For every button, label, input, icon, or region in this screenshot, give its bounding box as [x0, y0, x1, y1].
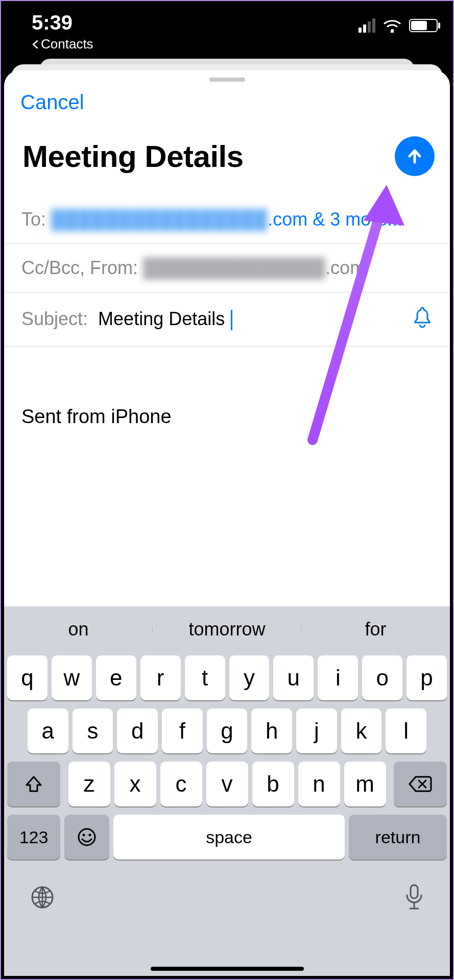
cancel-button[interactable]: Cancel	[20, 91, 84, 113]
key-r[interactable]: r	[140, 655, 181, 700]
bell-icon[interactable]	[412, 306, 433, 333]
key-w[interactable]: w	[52, 655, 92, 700]
status-time: 5:39	[32, 11, 93, 34]
back-to-app[interactable]: Contacts	[32, 36, 93, 52]
suggestion[interactable]: for	[301, 619, 450, 640]
cellular-signal-icon	[359, 18, 375, 33]
text-cursor	[231, 310, 232, 330]
cc-bcc-from-field[interactable]: Cc/Bcc, From: ██████████████ .com	[4, 244, 450, 292]
dictation-key[interactable]	[404, 883, 424, 914]
key-e[interactable]: e	[96, 655, 136, 700]
to-label: To:	[21, 209, 46, 230]
cc-label: Cc/Bcc, From:	[21, 257, 138, 279]
svg-point-0	[391, 29, 394, 32]
key-o[interactable]: o	[362, 655, 402, 700]
cc-suffix: .com	[325, 257, 365, 279]
send-button[interactable]	[395, 136, 435, 176]
suggestion[interactable]: tomorrow	[153, 619, 301, 640]
compose-title: Meeting Details	[22, 139, 244, 174]
svg-point-2	[83, 834, 85, 837]
subject-label: Subject:	[21, 308, 88, 329]
key-b[interactable]: b	[252, 762, 294, 806]
return-key[interactable]: return	[349, 815, 447, 860]
to-value-redacted: ████████████████	[51, 209, 268, 230]
subject-field[interactable]: Subject: Meeting Details	[4, 292, 450, 347]
keyboard: on tomorrow for qwertyuiop asdfghjkl zxc…	[4, 606, 450, 976]
body-signature: Sent from iPhone	[21, 406, 172, 427]
email-body[interactable]: Sent from iPhone	[4, 347, 450, 487]
subject-value: Meeting Details	[98, 308, 225, 329]
key-m[interactable]: m	[344, 762, 386, 806]
cc-value-redacted: ██████████████	[143, 257, 325, 279]
key-z[interactable]: z	[68, 762, 110, 806]
key-f[interactable]: f	[162, 708, 203, 753]
key-n[interactable]: n	[298, 762, 340, 806]
shift-key[interactable]	[7, 762, 60, 806]
to-suffix: .com & 3 more...	[268, 209, 402, 230]
svg-point-1	[79, 829, 95, 845]
key-u[interactable]: u	[273, 655, 314, 700]
back-app-label: Contacts	[41, 36, 93, 52]
key-l[interactable]: l	[386, 708, 426, 753]
suggestion[interactable]: on	[4, 619, 153, 640]
emoji-key[interactable]	[64, 815, 109, 860]
key-h[interactable]: h	[251, 708, 292, 753]
backspace-key[interactable]	[394, 762, 447, 806]
to-field[interactable]: To: ████████████████ .com & 3 more...	[4, 195, 450, 244]
svg-point-3	[89, 834, 91, 837]
key-y[interactable]: y	[229, 655, 270, 700]
svg-rect-5	[411, 885, 418, 898]
key-v[interactable]: v	[206, 762, 248, 806]
home-indicator[interactable]	[151, 967, 304, 971]
key-k[interactable]: k	[341, 708, 382, 753]
arrow-up-icon	[404, 146, 425, 166]
key-d[interactable]: d	[117, 708, 158, 753]
key-x[interactable]: x	[114, 762, 156, 806]
key-i[interactable]: i	[318, 655, 358, 700]
key-c[interactable]: c	[160, 762, 202, 806]
key-j[interactable]: j	[296, 708, 337, 753]
key-s[interactable]: s	[73, 708, 113, 753]
battery-icon	[409, 19, 438, 32]
key-p[interactable]: p	[407, 655, 447, 700]
sheet-grabber[interactable]	[209, 78, 245, 82]
key-t[interactable]: t	[185, 655, 225, 700]
globe-icon	[30, 885, 55, 910]
key-a[interactable]: a	[28, 708, 68, 753]
key-g[interactable]: g	[207, 708, 248, 753]
status-bar: 5:39 Contacts	[1, 1, 453, 57]
wifi-icon	[383, 18, 402, 33]
globe-key[interactable]	[30, 885, 55, 912]
numbers-key[interactable]: 123	[7, 815, 60, 860]
backspace-icon	[409, 775, 432, 793]
emoji-icon	[77, 827, 97, 847]
space-key[interactable]: space	[113, 815, 345, 860]
mic-icon	[404, 883, 424, 912]
suggestion-bar: on tomorrow for	[4, 606, 450, 652]
key-q[interactable]: q	[7, 655, 47, 700]
shift-icon	[23, 774, 44, 794]
compose-sheet: Cancel Meeting Details To: █████████████…	[4, 70, 450, 606]
